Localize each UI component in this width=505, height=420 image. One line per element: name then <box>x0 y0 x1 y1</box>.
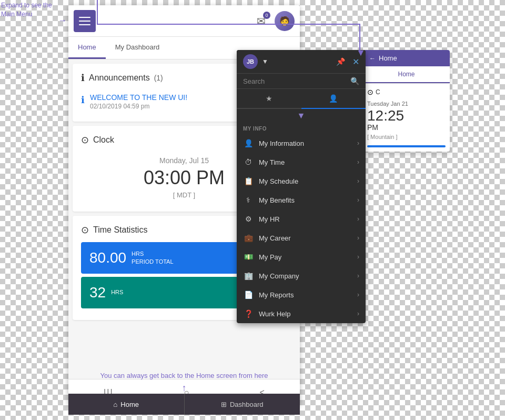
bottom-annotation: You can always get back to the Home scre… <box>68 371 300 394</box>
expand-tooltip-text: Expand to see the Main Menu <box>1 1 56 19</box>
menu-item-wurk-help[interactable]: ❓ Wurk Help › <box>237 304 366 323</box>
time-stats-label: Time Statistics <box>93 225 147 235</box>
my-benefits-chevron-icon: › <box>357 196 359 204</box>
connector-line-top <box>97 0 98 24</box>
my-reports-icon: 📄 <box>243 291 254 299</box>
my-info-section-label: MY INFO <box>237 123 366 134</box>
second-panel-header: ← Home <box>363 50 450 66</box>
my-company-icon: 🏢 <box>243 272 254 280</box>
progress-arrow: ▼ <box>237 109 366 123</box>
menu-item-my-hr[interactable]: ⚙ My HR › <box>237 209 366 228</box>
menu-item-label-my-pay: My Pay <box>259 253 281 261</box>
hamburger-line-3 <box>79 24 90 25</box>
announcement-info-icon: ℹ <box>81 94 85 106</box>
dashboard-bottom-icon: ⊞ <box>221 401 227 408</box>
menu-item-label-my-hr: My HR <box>259 215 280 223</box>
connector-arrow: ▼ <box>356 47 366 58</box>
menu-item-my-benefits[interactable]: ⚕ My Benefits › <box>237 191 366 209</box>
bottom-annotation-text: You can always get back to the Home scre… <box>68 371 300 381</box>
tab-home[interactable]: Home <box>68 37 106 59</box>
my-career-icon: 💼 <box>243 234 254 242</box>
menu-item-label-wurk-help: Wurk Help <box>259 310 290 318</box>
announcement-details: WELCOME TO THE NEW UI! 02/10/2019 04:59 … <box>90 93 187 110</box>
menu-item-label-my-company: My Company <box>259 272 299 280</box>
menu-item-label-my-schedule: My Schedule <box>259 177 298 185</box>
my-pay-chevron-icon: › <box>357 253 359 261</box>
menu-item-label-my-benefits: My Benefits <box>259 196 295 204</box>
menu-item-my-pay[interactable]: 💵 My Pay › <box>237 247 366 266</box>
pin-icon[interactable]: 📌 <box>336 57 345 66</box>
header-icons: ✉ 0 🧑 <box>251 11 295 31</box>
menu-item-label-my-reports: My Reports <box>259 291 294 299</box>
search-icon[interactable]: 🔍 <box>350 77 359 85</box>
stat-period-labels: HRS PERIOD TOTAL <box>132 250 173 266</box>
second-panel-home-label: Home <box>379 54 397 62</box>
notification-badge: 0 <box>263 12 270 19</box>
menu-item-my-career[interactable]: 💼 My Career › <box>237 228 366 247</box>
menu-item-my-reports[interactable]: 📄 My Reports › <box>237 285 366 304</box>
panel-search-input[interactable] <box>243 77 350 85</box>
stat-period-unit: HRS <box>132 250 173 258</box>
my-hr-chevron-icon: › <box>357 215 359 223</box>
bottom-tab-home-label: Home <box>120 401 139 408</box>
panel-tab-favorites[interactable]: ★ <box>237 89 301 108</box>
second-panel: ← Home Home ⊙ C Tuesday Jan 21 12:25 PM … <box>363 50 450 152</box>
menu-item-label-my-time: My Time <box>259 158 285 166</box>
stat-period-number: 80.00 <box>89 249 126 266</box>
panel-header: JB ▼ 📌 ✕ <box>237 50 366 74</box>
my-career-chevron-icon: › <box>357 234 359 242</box>
panel-tab-user[interactable]: 👤 <box>301 89 366 109</box>
wurk-help-chevron-icon: › <box>357 310 359 317</box>
menu-item-my-schedule[interactable]: 📋 My Schedule › <box>237 172 366 191</box>
arrow-down-icon: ▼ <box>297 111 306 120</box>
bottom-tab-dashboard[interactable]: ⊞ Dashboard <box>185 394 300 415</box>
panel-header-chevron-icon: ▼ <box>262 58 268 65</box>
home-bottom-icon: ⌂ <box>113 401 117 408</box>
hamburger-button[interactable] <box>74 10 96 32</box>
user-avatar[interactable]: 🧑 <box>275 11 295 31</box>
my-time-chevron-icon: › <box>357 158 359 166</box>
my-schedule-icon: 📋 <box>243 177 254 185</box>
second-panel-clock-label: C <box>376 88 380 96</box>
stat-hrs-unit: HRS <box>111 288 123 296</box>
second-panel-timezone: [ Mountain ] <box>367 134 446 140</box>
notification-icon-wrapper[interactable]: ✉ 0 <box>251 12 270 31</box>
user-badge[interactable]: JB <box>243 54 258 69</box>
bottom-annotation-arrow: ↑ <box>68 383 300 394</box>
second-panel-back-icon[interactable]: ← <box>369 55 376 62</box>
panel-search-bar: 🔍 <box>237 74 366 89</box>
my-time-icon: ⏱ <box>243 158 254 166</box>
second-panel-tabs: Home <box>363 66 450 84</box>
menu-item-my-information[interactable]: 👤 My Information › <box>237 134 366 153</box>
stats-clock-icon: ⊙ <box>81 224 89 236</box>
panel-tabs: ★ 👤 <box>237 89 366 109</box>
menu-item-my-time[interactable]: ⏱ My Time › <box>237 153 366 172</box>
announcements-label: Announcements <box>89 73 150 83</box>
hamburger-line-1 <box>79 17 90 18</box>
announcement-date: 02/10/2019 04:59 pm <box>90 103 187 110</box>
second-panel-accent-bar <box>367 145 446 147</box>
menu-item-my-company[interactable]: 🏢 My Company › <box>237 266 366 285</box>
second-panel-time: 12:25 <box>367 108 446 123</box>
hamburger-line-2 <box>79 21 90 22</box>
menu-item-label-my-career: My Career <box>259 234 291 242</box>
info-circle-icon: ℹ <box>81 72 85 84</box>
stat-period-total: PERIOD TOTAL <box>132 258 173 266</box>
announcement-link[interactable]: WELCOME TO THE NEW UI! <box>90 93 187 102</box>
my-schedule-chevron-icon: › <box>357 177 359 185</box>
second-panel-tab-home[interactable]: Home <box>363 66 450 83</box>
clock-label: Clock <box>93 135 114 145</box>
second-panel-content: ⊙ C Tuesday Jan 21 12:25 PM [ Mountain ] <box>363 84 450 152</box>
bottom-tab-home[interactable]: ⌂ Home <box>68 394 185 415</box>
my-company-chevron-icon: › <box>357 272 359 279</box>
connector-line-horizontal <box>97 24 360 25</box>
expand-tooltip-arrow: → <box>58 16 67 25</box>
tab-my-dashboard[interactable]: My Dashboard <box>106 37 169 59</box>
menu-item-label-my-information: My Information <box>259 139 304 147</box>
my-pay-icon: 💵 <box>243 253 254 261</box>
announcements-count: (1) <box>154 74 163 82</box>
dropdown-panel: JB ▼ 📌 ✕ 🔍 ★ 👤 ▼ MY INFO 👤 My Informatio… <box>237 50 366 323</box>
bottom-tab-dashboard-label: Dashboard <box>230 401 264 408</box>
app-header: ✉ 0 🧑 <box>68 5 300 37</box>
my-hr-icon: ⚙ <box>243 215 254 223</box>
